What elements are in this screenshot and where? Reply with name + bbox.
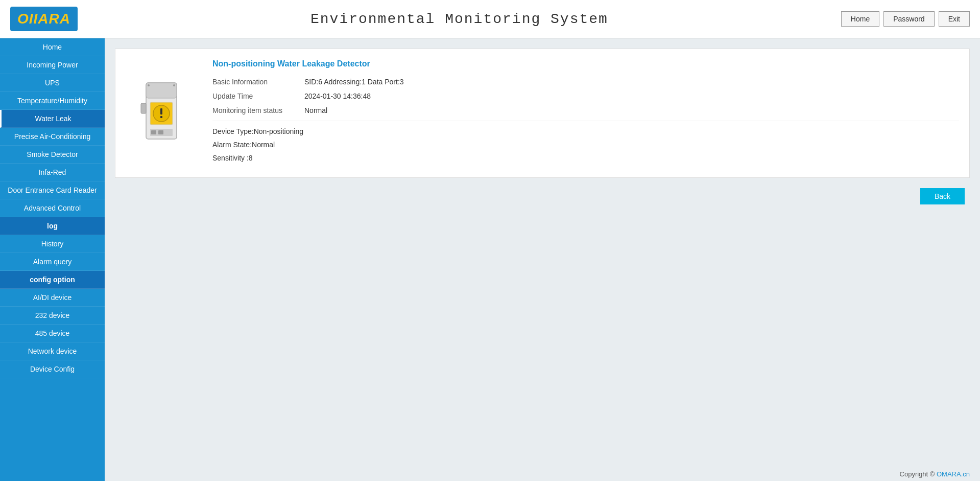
sidebar: HomeIncoming PowerUPSTemperature/Humidit… <box>0 38 105 481</box>
password-button[interactable]: Password <box>883 11 934 27</box>
header: OIIARA Environmental Monitoring System H… <box>0 0 980 38</box>
device-svg <box>136 78 187 149</box>
sidebar-item-smoke-detector[interactable]: Smoke Detector <box>0 146 105 164</box>
alarm-state-row: Alarm State:Normal <box>212 141 959 149</box>
basic-info-value: SID:6 Addressing:1 Data Port:3 <box>304 78 404 86</box>
sidebar-item-home[interactable]: Home <box>0 38 105 56</box>
basic-info-label: Basic Information <box>212 78 304 86</box>
main-content: Non-positioning Water Leakage Detector B… <box>105 38 980 481</box>
device-name: Non-positioning Water Leakage Detector <box>212 59 959 68</box>
svg-rect-11 <box>141 103 146 113</box>
sidebar-item-device-config[interactable]: Device Config <box>0 360 105 378</box>
sidebar-item-network-device[interactable]: Network device <box>0 342 105 360</box>
footer: Copyright © OMARA.cn <box>105 467 980 481</box>
update-time-value: 2024-01-30 14:36:48 <box>304 92 371 100</box>
sidebar-item-history[interactable]: History <box>0 235 105 253</box>
sidebar-item-232-device[interactable]: 232 device <box>0 307 105 325</box>
device-info: Non-positioning Water Leakage Detector B… <box>212 59 959 167</box>
svg-point-9 <box>148 84 150 86</box>
back-button[interactable]: Back <box>920 188 965 204</box>
monitoring-status-row: Monitoring item status Normal <box>212 106 959 114</box>
sidebar-item-ai-di-device[interactable]: AI/DI device <box>0 289 105 307</box>
sidebar-item-incoming-power[interactable]: Incoming Power <box>0 56 105 74</box>
svg-rect-4 <box>160 108 162 114</box>
sidebar-item-door-entrance-card-reader[interactable]: Door Entrance Card Reader <box>0 181 105 199</box>
exit-button[interactable]: Exit <box>939 11 970 27</box>
sidebar-item-485-device[interactable]: 485 device <box>0 325 105 342</box>
sidebar-item-infa-red[interactable]: Infa-Red <box>0 164 105 181</box>
sidebar-item-ups[interactable]: UPS <box>0 74 105 92</box>
basic-info-row: Basic Information SID:6 Addressing:1 Dat… <box>212 78 959 86</box>
device-image <box>126 59 197 167</box>
sidebar-item-log[interactable]: log <box>0 217 105 235</box>
monitoring-status-label: Monitoring item status <box>212 106 304 114</box>
home-button[interactable]: Home <box>841 11 879 27</box>
detail-card: Non-positioning Water Leakage Detector B… <box>115 49 970 178</box>
device-type-row: Device Type:Non-positioning <box>212 127 959 135</box>
divider <box>212 121 959 121</box>
sidebar-item-water-leak[interactable]: Water Leak <box>0 110 105 128</box>
svg-rect-7 <box>151 130 156 134</box>
sidebar-item-alarm-query[interactable]: Alarm query <box>0 253 105 271</box>
logo-text: OIIARA <box>17 11 70 27</box>
header-buttons: Home Password Exit <box>841 11 970 27</box>
svg-rect-8 <box>158 130 163 134</box>
footer-link[interactable]: OMARA.cn <box>937 470 970 478</box>
update-time-row: Update Time 2024-01-30 14:36:48 <box>212 92 959 100</box>
logo: OIIARA <box>10 7 78 31</box>
sidebar-item-advanced-control[interactable]: Advanced Control <box>0 199 105 217</box>
svg-rect-5 <box>160 116 162 118</box>
update-time-label: Update Time <box>212 92 304 100</box>
page-title: Environmental Monitoring System <box>78 11 841 27</box>
svg-point-10 <box>173 84 175 86</box>
footer-text: Copyright © <box>900 470 935 478</box>
sidebar-item-precise-air-conditioning[interactable]: Precise Air-Conditioning <box>0 128 105 146</box>
svg-rect-1 <box>146 83 177 98</box>
sidebar-item-temperature-humidity[interactable]: Temperature/Humidity <box>0 92 105 110</box>
sensitivity-row: Sensitivity :8 <box>212 154 959 162</box>
layout: HomeIncoming PowerUPSTemperature/Humidit… <box>0 38 980 481</box>
sidebar-item-config-option[interactable]: config option <box>0 271 105 289</box>
monitoring-status-value: Normal <box>304 106 327 114</box>
button-row: Back <box>115 188 970 204</box>
